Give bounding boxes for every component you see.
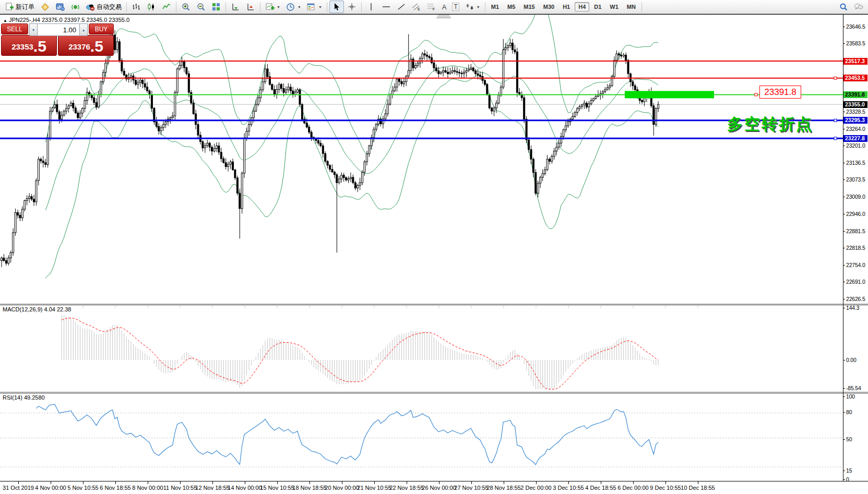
community-button[interactable] <box>851 1 866 13</box>
chat-icon <box>854 2 863 11</box>
timeframe-button-m15[interactable]: M15 <box>520 2 538 11</box>
candle-chart-mode-button[interactable] <box>144 1 159 13</box>
candles <box>1 30 659 267</box>
mt4-window: 新订单 自动交易 <box>0 0 868 494</box>
timeframe-button-h1[interactable]: H1 <box>559 2 574 11</box>
timeframe-button-d1[interactable]: D1 <box>590 2 605 11</box>
search-icon <box>839 2 848 11</box>
chart-shift-icon <box>246 2 255 11</box>
vertical-line-icon <box>366 2 376 11</box>
templates-button[interactable]: ▼ <box>304 1 325 13</box>
fibonacci-icon: F <box>427 2 436 11</box>
crosshair-icon <box>347 2 356 11</box>
indicators-button[interactable]: ▼ <box>263 1 283 13</box>
cursor-tool-button[interactable] <box>329 1 344 13</box>
volume-decrease-button[interactable]: ▼ <box>29 23 38 36</box>
time-tick <box>277 481 278 484</box>
axis-tick-label: 22691.0 <box>846 279 865 285</box>
axis-tick-label: 23646.5 <box>846 23 865 30</box>
time-tick <box>439 481 439 484</box>
green-line-handle <box>755 93 757 96</box>
price-badge: 23453.5 <box>843 75 867 81</box>
chart-window-button[interactable] <box>53 1 67 13</box>
time-tick <box>633 481 634 484</box>
toolbar-separator <box>641 2 642 12</box>
rsi-label: RSI(14) 49.2580 <box>3 394 45 401</box>
timeframe-button-w1[interactable]: W1 <box>606 2 622 11</box>
crosshair-tool-button[interactable] <box>344 1 359 13</box>
alerts-icon <box>70 2 80 11</box>
timeframe-button-mn[interactable]: MN <box>623 2 639 11</box>
axis-tick-label: 22626.5 <box>846 296 865 302</box>
zoom-in-button[interactable] <box>179 1 193 13</box>
buy-price-button[interactable]: 23376.5 <box>58 35 114 56</box>
arrows-tool-button[interactable]: ▼ <box>462 1 483 13</box>
axis-tick <box>843 43 845 44</box>
fibonacci-tool-button[interactable]: F <box>424 1 439 13</box>
toolbar-separator <box>485 2 485 12</box>
sell-price: 23353 <box>11 42 33 52</box>
cursor-icon <box>332 2 341 11</box>
axis-tick <box>843 248 845 248</box>
axis-tick <box>843 299 845 299</box>
timeframe-button-m5[interactable]: M5 <box>504 2 519 11</box>
price-callout-box[interactable]: 23391.8 <box>759 86 801 99</box>
buy-button[interactable]: BUY <box>89 23 114 34</box>
axis-tick <box>843 146 845 146</box>
auto-scroll-button[interactable] <box>228 1 243 13</box>
time-tick <box>342 481 342 484</box>
volume-input[interactable] <box>38 23 79 36</box>
auto-trading-button[interactable]: 自动交易 <box>83 1 124 13</box>
candlestick-icon <box>147 2 156 11</box>
new-order-button[interactable]: 新订单 <box>2 1 37 13</box>
sell-price-button[interactable]: 23353.5 <box>1 35 57 56</box>
horizontal-line-icon <box>382 2 391 11</box>
collapse-icon[interactable]: ▲ <box>3 18 7 23</box>
axis-tick-label: 23009.0 <box>846 194 865 200</box>
bar-chart-mode-button[interactable] <box>129 1 144 13</box>
axis-tick-label: 15 <box>846 467 852 474</box>
periods-button[interactable]: ▼ <box>283 1 304 13</box>
zoom-out-button[interactable] <box>194 1 208 13</box>
axis-tick-label: 23201.0 <box>846 142 865 149</box>
macd-panel-separator[interactable] <box>0 304 868 304</box>
price-chart-canvas[interactable] <box>0 15 843 481</box>
vertical-line-tool-button[interactable] <box>364 1 378 13</box>
alerts-button[interactable] <box>68 1 82 13</box>
buy-price-fraction: .5 <box>90 39 103 54</box>
timeframe-button-m1[interactable]: M1 <box>487 2 503 11</box>
time-tick <box>148 481 148 484</box>
symbols-button[interactable] <box>38 1 52 13</box>
time-tick <box>180 481 181 484</box>
text-tool-button[interactable]: A <box>439 1 449 13</box>
label-tool-button[interactable]: T <box>449 1 461 13</box>
buy-price: 23376 <box>68 42 90 52</box>
time-tick <box>374 481 375 484</box>
sell-button[interactable]: SELL <box>1 23 28 34</box>
chart-shift-button[interactable] <box>243 1 258 13</box>
rsi-panel-separator[interactable] <box>0 392 868 392</box>
timeframe-bar: M1M5M15M30H1H4D1W1MN <box>487 2 639 11</box>
axis-tick <box>843 214 845 214</box>
trendline-tool-button[interactable] <box>394 1 409 13</box>
axis-tick-label: 22818.5 <box>846 245 865 251</box>
toolbar-separator <box>327 2 327 12</box>
time-tick <box>212 481 213 484</box>
search-button[interactable] <box>836 1 851 13</box>
axis-tick-label: -85.54 <box>846 385 861 391</box>
timeframe-button-m30[interactable]: M30 <box>540 2 558 11</box>
timeframe-button-h4[interactable]: H4 <box>575 2 589 11</box>
line-chart-mode-button[interactable] <box>159 1 174 13</box>
fibo-letter: F <box>433 7 435 11</box>
macd-panel-separator[interactable] <box>0 305 868 305</box>
channel-tool-button[interactable]: E <box>409 1 424 13</box>
time-tick <box>18 481 19 484</box>
tile-windows-button[interactable] <box>209 1 223 13</box>
rsi-panel-separator[interactable] <box>0 393 868 393</box>
bar-chart-icon <box>132 2 141 11</box>
price-badge: 23227.8 <box>843 135 867 142</box>
volume-increase-button[interactable]: ▲ <box>79 23 88 36</box>
horizontal-line-tool-button[interactable] <box>379 1 394 13</box>
panel-splitter-handle[interactable] <box>436 15 451 18</box>
auto-trading-icon <box>86 2 95 11</box>
